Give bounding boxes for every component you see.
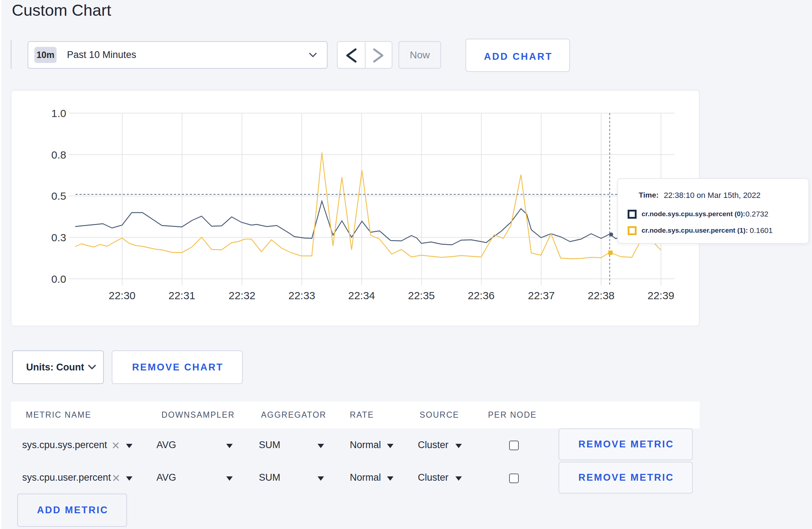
svg-text:0.0: 0.0 (51, 273, 66, 285)
svg-text:22:34: 22:34 (348, 290, 375, 301)
svg-text:22:36: 22:36 (468, 290, 494, 301)
svg-text:0.3: 0.3 (51, 232, 66, 243)
svg-text:22:39: 22:39 (647, 290, 674, 301)
svg-text:22:35: 22:35 (408, 290, 435, 301)
svg-text:22:37: 22:37 (528, 290, 555, 301)
svg-text:22:32: 22:32 (228, 290, 255, 301)
svg-text:22:38: 22:38 (588, 290, 614, 301)
svg-text:22:33: 22:33 (288, 290, 315, 301)
svg-text:22:30: 22:30 (108, 290, 135, 301)
svg-text:0.5: 0.5 (51, 190, 66, 202)
svg-text:22:31: 22:31 (168, 290, 195, 301)
svg-text:0.8: 0.8 (51, 149, 66, 161)
svg-text:1.0: 1.0 (51, 107, 66, 119)
